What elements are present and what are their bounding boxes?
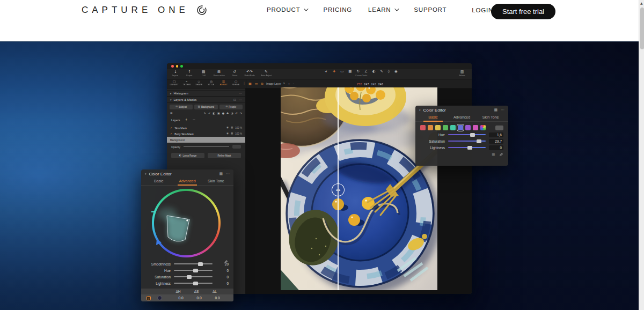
swatch-magenta[interactable] [473,125,478,130]
export-button[interactable]: ↑ Export [183,70,196,77]
selection-checkbox[interactable]: ✓ [147,296,151,300]
saturation-slider-handle[interactable] [477,139,481,143]
saturation-slider[interactable] [174,276,213,277]
pan-tool-icon[interactable]: ✚ [333,70,335,73]
selected-color-swatch[interactable] [157,296,162,300]
saturation-slider[interactable] [448,141,486,142]
luma-range-button[interactable]: ◐ Luma Range [171,153,204,158]
single-view-icon[interactable]: ▭ [255,82,258,85]
layer-enabled-check-icon[interactable]: ✓ [170,127,172,129]
scroll-up-icon[interactable]: ▲ [640,2,643,5]
panel-header[interactable]: ▾ Color Editor ▦ ⋯ [415,106,508,114]
lightness-slider[interactable] [448,147,486,148]
grid-icon[interactable]: ▦ [494,108,497,112]
tab-skin-tone[interactable]: Skin Tone [202,178,230,185]
saturation-value[interactable]: 0 [216,275,229,279]
eye-icon[interactable]: ◉ [226,127,229,129]
gradient-mask-icon[interactable]: ◧ [213,112,215,115]
more-icon[interactable]: ⋯ [239,92,242,95]
swatch-blue-selected[interactable] [458,125,463,130]
swatch-green[interactable] [443,125,448,130]
pointer-tool-icon[interactable]: ➤ [324,69,328,73]
tab-advanced[interactable]: Advanced [448,114,477,121]
swatch-orange[interactable] [428,125,433,130]
remove-layer-button[interactable]: − [193,118,196,122]
close-window-icon[interactable] [171,65,174,68]
invert-mask-icon[interactable]: ↶ [236,112,238,115]
list-icon[interactable]: ☰ [492,153,495,157]
scrollbar-thumb[interactable] [640,8,644,49]
radial-mask-icon[interactable]: ● [222,112,224,115]
compare-view-icon[interactable]: ⧉ [261,82,263,85]
smoothness-slider[interactable] [174,263,213,264]
swatch-rainbow[interactable] [480,125,486,130]
pick-color-icon[interactable]: ✎ [499,153,503,158]
erase-mask-tool-icon[interactable]: ◊ [388,70,390,73]
import-button[interactable]: ↓ Import [169,70,182,77]
pick-color-icon[interactable]: ✎ [224,260,228,265]
opacity-slider[interactable] [184,146,229,147]
minimize-window-icon[interactable] [176,65,179,68]
eye-icon[interactable]: ◉ [226,132,229,135]
layer-enabled-check-icon[interactable]: ✓ [170,132,172,135]
swatch-aqua[interactable] [450,125,456,130]
swatch-yellow[interactable] [435,125,441,130]
more-icon[interactable]: ⋯ [239,98,242,101]
straighten-tool-icon[interactable]: ∠ [364,70,368,73]
smoothness-slider-handle[interactable] [198,262,203,266]
login-link[interactable]: LOGIN [472,7,493,13]
histogram-section-header[interactable]: ▸ Histogram ⋯ [167,90,245,97]
swatch-purple[interactable] [465,125,471,130]
hue-slider[interactable] [174,270,213,271]
before-after-button[interactable]: ▥ Before [456,70,469,77]
hue-slider-handle[interactable] [470,133,475,137]
saturation-value[interactable]: 29,7 [489,139,503,144]
tab-tether[interactable]: ⌁ TETHER [180,80,193,86]
color-selection-row[interactable]: ✓ 0.0 0.0 0.0 [141,294,233,301]
draw-mask-tool-icon[interactable]: ✎ [380,70,383,73]
tab-shape[interactable]: ◇ SHAPE [193,80,205,86]
crop-tool-icon[interactable]: ▭ [340,70,343,73]
tab-basic[interactable]: Basic [144,178,173,185]
heal-tool-icon[interactable]: ◐ [372,70,376,73]
panel-header[interactable]: ▾ Color Editor ▦ ⋯ [141,169,233,178]
nav-item-product[interactable]: PRODUCT [267,6,307,13]
tab-basic[interactable]: Basic [419,114,448,121]
opacity-value-box[interactable] [232,145,241,149]
page-scrollbar[interactable]: ▲ [639,0,644,310]
layer-row-skin-mask[interactable]: ✓ Skin Mask ◉ ▦ 100 % [167,125,245,131]
hue-slider-handle[interactable] [193,269,198,272]
layer-row-background-selected[interactable]: Background [167,137,245,143]
nav-item-pricing[interactable]: PRICING [323,6,352,13]
grid-view-icon[interactable]: ▦ [248,82,252,85]
add-mask-icon[interactable]: ✚ [226,112,229,115]
fill-mask-icon[interactable]: ▣ [217,112,220,115]
add-layer-icon[interactable]: ＋ [287,82,290,85]
lightness-slider[interactable] [174,283,213,284]
lightness-value[interactable]: 0 [216,282,229,285]
more-icon[interactable]: ⋯ [226,172,230,176]
start-free-trial-button[interactable]: Start free trial [491,4,555,19]
hue-value[interactable]: 1,6 [489,132,503,137]
hue-value[interactable]: 0 [216,269,229,272]
hue-slider[interactable] [448,134,486,135]
add-layer-button[interactable]: ＋ [185,118,188,122]
luma-mask-icon[interactable]: ◔ [231,112,233,115]
selection-point[interactable] [186,219,188,222]
share-online-button[interactable]: ⊞ Share online [211,70,227,77]
pop-out-icon[interactable]: ⊡ [233,98,236,101]
tab-library[interactable]: ▢ LIBRARY [168,80,180,86]
lightness-slider-handle[interactable] [467,146,472,150]
tab-refine[interactable]: ○ REFINE [230,80,242,86]
mask-background-button[interactable]: ▨ Background [194,105,217,109]
pick-color-tool-icon[interactable]: ◉ [394,70,398,73]
mask-people-button[interactable]: ⊙ People [219,105,243,109]
layer-row-body-skin-mask[interactable]: ✓ Body Skin Mask ◉ ▦ 100 % [167,131,245,137]
tab-advanced[interactable]: Advanced [173,178,201,185]
nav-item-learn[interactable]: LEARN [368,6,398,13]
more-icon[interactable]: ⋯ [501,108,504,112]
tab-adjust[interactable]: ☰ ADJUST [217,80,230,86]
before-after-split-handle[interactable]: ◂ ▸ [332,183,345,196]
lightness-slider-handle[interactable] [193,282,198,285]
tab-skin-tone[interactable]: Skin Tone [476,114,505,121]
